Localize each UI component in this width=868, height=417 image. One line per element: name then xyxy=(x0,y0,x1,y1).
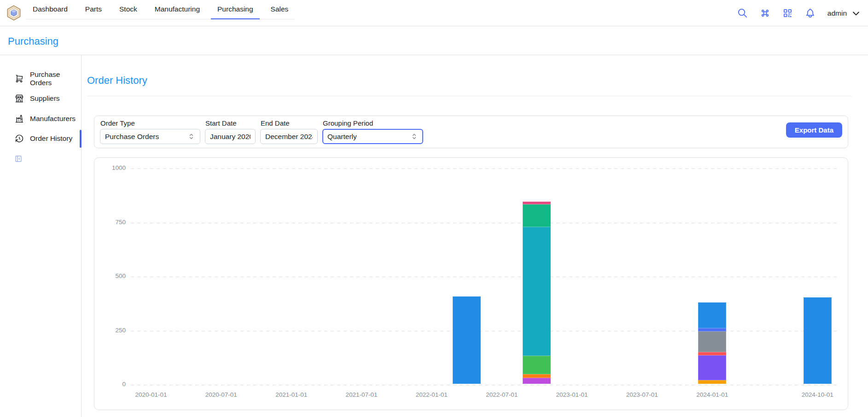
sidebar-item-label: Order History xyxy=(30,134,72,143)
chart-bar-segment[interactable] xyxy=(698,302,726,328)
filter-end-date: End Date xyxy=(260,118,318,145)
chart-bar[interactable] xyxy=(698,302,726,384)
sidebar-item-order-history[interactable]: Order History xyxy=(0,129,81,148)
filter-label: Order Type xyxy=(100,119,200,127)
shopping-cart-icon xyxy=(15,74,24,83)
end-date-input[interactable] xyxy=(265,133,313,141)
grouping-period-value: Quarterly xyxy=(327,133,357,141)
inventree-logo[interactable] xyxy=(6,5,22,21)
sidebar-item-manufacturers[interactable]: Manufacturers xyxy=(0,109,81,128)
filter-label: End Date xyxy=(261,119,318,127)
chart-gridline xyxy=(131,331,839,331)
user-name: admin xyxy=(827,9,847,17)
command-icon[interactable] xyxy=(760,8,771,19)
main-content: Order History Order Type Purchase Orders… xyxy=(82,55,868,417)
chart-plot-area: 025050075010002020-01-012020-07-012021-0… xyxy=(94,158,848,410)
bell-icon[interactable] xyxy=(805,8,816,19)
order-history-chart: 025050075010002020-01-012020-07-012021-0… xyxy=(94,157,848,410)
x-axis-tick-label: 2020-07-01 xyxy=(191,391,251,398)
x-axis-tick-label: 2022-07-01 xyxy=(472,391,532,398)
tab-stock[interactable]: Stock xyxy=(113,0,144,19)
selector-icon xyxy=(187,133,195,140)
filter-card: Order Type Purchase Orders Start Date En… xyxy=(94,116,848,148)
page-title: Purchasing xyxy=(8,35,58,47)
header: Dashboard Parts Stock Manufacturing Purc… xyxy=(0,0,868,26)
y-axis-tick-label: 750 xyxy=(94,219,126,226)
tab-parts[interactable]: Parts xyxy=(79,0,108,19)
y-axis-tick-label: 500 xyxy=(94,272,126,279)
chart-bar[interactable] xyxy=(804,297,832,384)
app-window: Dashboard Parts Stock Manufacturing Purc… xyxy=(0,0,868,417)
sidebar-item-label: Purchase Orders xyxy=(30,70,81,87)
x-axis-tick-label: 2023-01-01 xyxy=(542,391,602,398)
chart-bar-segment[interactable] xyxy=(523,204,551,227)
x-axis-tick-label: 2022-01-01 xyxy=(402,391,461,398)
start-date-input[interactable] xyxy=(210,133,250,141)
x-axis-tick-label: 2021-01-01 xyxy=(262,391,321,398)
factory-icon xyxy=(15,114,24,123)
selector-icon xyxy=(410,133,418,140)
x-axis-tick-label: 2023-07-01 xyxy=(612,391,672,398)
qrcode-icon[interactable] xyxy=(782,8,793,19)
chart-gridline xyxy=(131,223,839,223)
chart-bar-segment[interactable] xyxy=(698,352,726,355)
chart-bar-segment[interactable] xyxy=(523,378,551,384)
filter-grouping-period: Grouping Period Quarterly xyxy=(322,118,423,145)
x-axis-tick-label: 2024-10-01 xyxy=(787,391,847,398)
chart-bar-segment[interactable] xyxy=(453,296,481,384)
filter-order-type: Order Type Purchase Orders xyxy=(100,118,200,145)
y-axis-tick-label: 0 xyxy=(94,381,126,388)
sidebar: Purchase Orders Suppliers Manufacturers xyxy=(0,55,82,417)
chart-bar-segment[interactable] xyxy=(698,328,726,331)
tab-sales[interactable]: Sales xyxy=(264,0,295,19)
sidebar-item-suppliers[interactable]: Suppliers xyxy=(0,89,81,108)
tab-purchasing[interactable]: Purchasing xyxy=(211,0,260,19)
search-icon[interactable] xyxy=(737,8,748,19)
chart-gridline xyxy=(131,277,839,277)
order-type-value: Purchase Orders xyxy=(105,133,159,141)
chart-bar[interactable] xyxy=(523,202,551,384)
filter-label: Start Date xyxy=(205,119,256,127)
chart-bar-segment[interactable] xyxy=(523,356,551,374)
chart-bar-segment[interactable] xyxy=(523,227,551,356)
chart-bar-segment[interactable] xyxy=(804,297,832,384)
x-axis-tick-label: 2020-01-01 xyxy=(121,391,181,398)
panel-divider xyxy=(87,96,851,96)
header-actions: admin xyxy=(737,0,861,26)
user-menu[interactable]: admin xyxy=(827,9,861,18)
chart-bar-segment[interactable] xyxy=(698,355,726,380)
y-axis-tick-label: 250 xyxy=(94,327,126,334)
x-axis-tick-label: 2024-01-01 xyxy=(682,391,742,398)
filter-start-date: Start Date xyxy=(205,118,256,145)
x-axis-tick-label: 2021-07-01 xyxy=(332,391,391,398)
sidebar-item-label: Manufacturers xyxy=(30,115,76,123)
chart-gridline xyxy=(131,168,839,169)
building-store-icon xyxy=(15,94,24,103)
sidebar-collapse-icon[interactable] xyxy=(14,155,23,163)
y-axis-tick-label: 1000 xyxy=(94,164,126,171)
grouping-period-select[interactable]: Quarterly xyxy=(322,129,423,144)
page-title-bar: Purchasing xyxy=(0,26,868,55)
tab-manufacturing[interactable]: Manufacturing xyxy=(148,0,206,19)
history-icon xyxy=(15,134,24,143)
order-type-select[interactable]: Purchase Orders xyxy=(100,129,200,144)
chevron-down-icon xyxy=(851,9,861,18)
filter-label: Grouping Period xyxy=(323,119,423,127)
chart-bar[interactable] xyxy=(453,296,481,384)
tab-dashboard[interactable]: Dashboard xyxy=(26,0,74,19)
main-nav-tabs: Dashboard Parts Stock Manufacturing Purc… xyxy=(26,0,295,19)
export-data-button[interactable]: Export Data xyxy=(786,122,842,138)
chart-bar-segment[interactable] xyxy=(523,374,551,378)
chart-bar-segment[interactable] xyxy=(698,380,726,384)
sidebar-item-label: Suppliers xyxy=(30,94,60,103)
panel-title: Order History xyxy=(87,75,147,87)
sidebar-item-purchase-orders[interactable]: Purchase Orders xyxy=(0,69,81,88)
chart-gridline xyxy=(131,385,839,385)
chart-bar-segment[interactable] xyxy=(698,331,726,352)
